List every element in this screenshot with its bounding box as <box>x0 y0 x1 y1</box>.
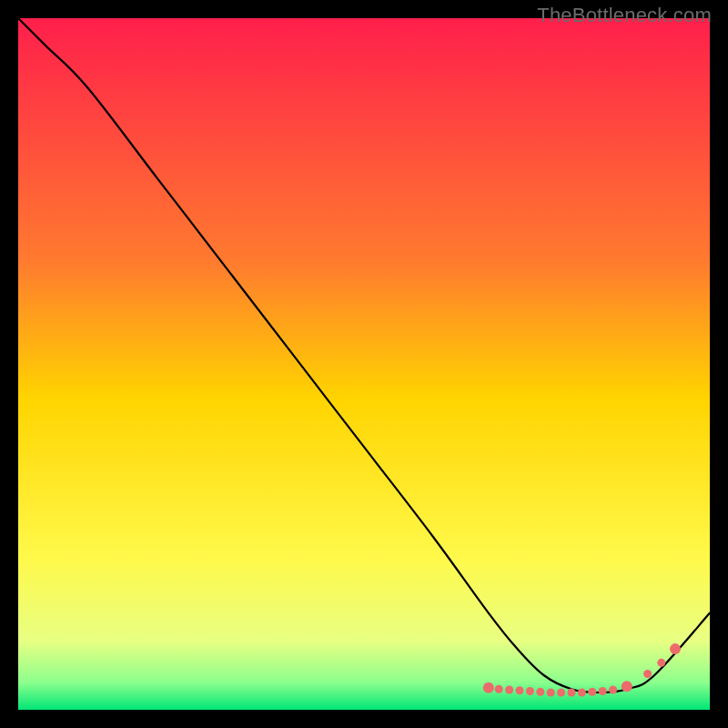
marker-point <box>588 688 596 696</box>
marker-point <box>526 687 534 695</box>
marker-point <box>657 659 665 667</box>
marker-point <box>557 689 565 697</box>
marker-point <box>622 681 632 692</box>
marker-point <box>578 689 586 697</box>
chart-svg <box>18 18 710 710</box>
marker-point <box>495 685 503 693</box>
marker-point <box>609 685 617 693</box>
watermark-text: TheBottleneck.com <box>537 4 712 27</box>
chart-background <box>18 18 710 710</box>
marker-point <box>643 670 652 678</box>
marker-point <box>516 686 524 694</box>
marker-point <box>483 682 494 693</box>
marker-point <box>599 687 607 695</box>
marker-point <box>536 688 544 696</box>
chart-frame <box>18 18 710 710</box>
marker-point <box>505 685 513 693</box>
marker-point <box>670 643 681 654</box>
marker-point <box>568 689 576 697</box>
marker-point <box>547 689 555 697</box>
